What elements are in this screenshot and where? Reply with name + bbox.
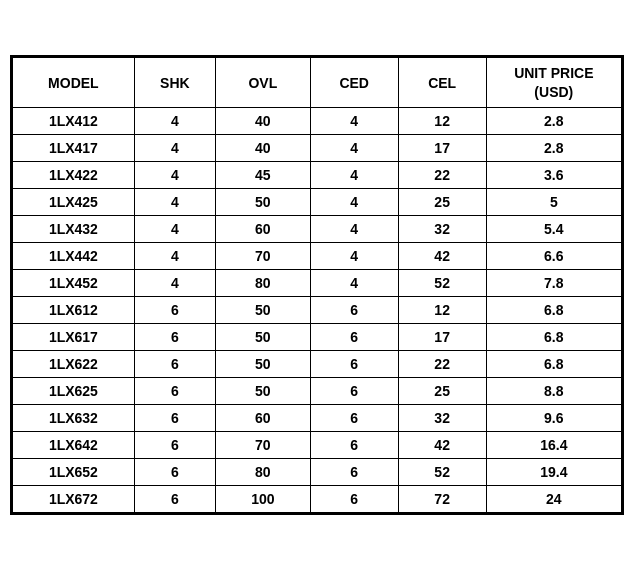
cell-model: 1LX672	[13, 485, 135, 512]
cell-cel: 17	[398, 134, 486, 161]
cell-model: 1LX417	[13, 134, 135, 161]
table-row: 1LX6226506226.8	[13, 350, 622, 377]
cell-ovl: 80	[216, 458, 311, 485]
cell-ced: 6	[310, 296, 398, 323]
cell-shk: 4	[134, 107, 215, 134]
cell-ovl: 45	[216, 161, 311, 188]
cell-price: 5.4	[486, 215, 621, 242]
cell-model: 1LX422	[13, 161, 135, 188]
cell-ovl: 70	[216, 431, 311, 458]
cell-model: 1LX617	[13, 323, 135, 350]
cell-ced: 4	[310, 242, 398, 269]
cell-ced: 6	[310, 431, 398, 458]
cell-shk: 4	[134, 134, 215, 161]
cell-ced: 4	[310, 107, 398, 134]
cell-price: 16.4	[486, 431, 621, 458]
cell-ovl: 70	[216, 242, 311, 269]
cell-shk: 4	[134, 161, 215, 188]
cell-ovl: 50	[216, 377, 311, 404]
product-table-container: MODEL SHK OVL CED CEL UNIT PRICE (USD) 1…	[10, 55, 624, 514]
table-row: 1LX6326606329.6	[13, 404, 622, 431]
cell-model: 1LX452	[13, 269, 135, 296]
cell-ced: 4	[310, 188, 398, 215]
cell-ced: 4	[310, 215, 398, 242]
table-header-row: MODEL SHK OVL CED CEL UNIT PRICE (USD)	[13, 58, 622, 107]
cell-ovl: 50	[216, 350, 311, 377]
cell-ced: 6	[310, 485, 398, 512]
table-row: 1LX65268065219.4	[13, 458, 622, 485]
cell-ovl: 50	[216, 323, 311, 350]
cell-ovl: 40	[216, 107, 311, 134]
cell-model: 1LX612	[13, 296, 135, 323]
cell-cel: 22	[398, 350, 486, 377]
cell-cel: 42	[398, 431, 486, 458]
cell-ced: 4	[310, 134, 398, 161]
cell-ovl: 100	[216, 485, 311, 512]
cell-shk: 6	[134, 350, 215, 377]
cell-ced: 6	[310, 458, 398, 485]
cell-cel: 25	[398, 188, 486, 215]
cell-cel: 42	[398, 242, 486, 269]
cell-ced: 4	[310, 269, 398, 296]
cell-shk: 6	[134, 485, 215, 512]
header-ovl: OVL	[216, 58, 311, 107]
table-body: 1LX4124404122.81LX4174404172.81LX4224454…	[13, 107, 622, 512]
cell-shk: 4	[134, 242, 215, 269]
table-row: 1LX4254504255	[13, 188, 622, 215]
cell-shk: 4	[134, 188, 215, 215]
table-row: 1LX6256506258.8	[13, 377, 622, 404]
cell-price: 9.6	[486, 404, 621, 431]
cell-ced: 6	[310, 377, 398, 404]
table-row: 1LX4424704426.6	[13, 242, 622, 269]
table-row: 1LX6126506126.8	[13, 296, 622, 323]
cell-cel: 32	[398, 215, 486, 242]
cell-price: 7.8	[486, 269, 621, 296]
cell-model: 1LX642	[13, 431, 135, 458]
table-row: 1LX4124404122.8	[13, 107, 622, 134]
table-row: 1LX672610067224	[13, 485, 622, 512]
cell-price: 6.6	[486, 242, 621, 269]
cell-ovl: 50	[216, 188, 311, 215]
table-row: 1LX4324604325.4	[13, 215, 622, 242]
cell-cel: 25	[398, 377, 486, 404]
table-row: 1LX64267064216.4	[13, 431, 622, 458]
header-shk: SHK	[134, 58, 215, 107]
table-row: 1LX4524804527.8	[13, 269, 622, 296]
cell-price: 8.8	[486, 377, 621, 404]
cell-shk: 6	[134, 377, 215, 404]
cell-shk: 6	[134, 458, 215, 485]
cell-model: 1LX625	[13, 377, 135, 404]
cell-model: 1LX442	[13, 242, 135, 269]
cell-shk: 4	[134, 269, 215, 296]
cell-ced: 6	[310, 404, 398, 431]
cell-cel: 52	[398, 269, 486, 296]
cell-price: 5	[486, 188, 621, 215]
cell-price: 2.8	[486, 107, 621, 134]
cell-cel: 72	[398, 485, 486, 512]
cell-ced: 6	[310, 323, 398, 350]
cell-price: 24	[486, 485, 621, 512]
cell-ovl: 80	[216, 269, 311, 296]
cell-model: 1LX412	[13, 107, 135, 134]
cell-model: 1LX425	[13, 188, 135, 215]
cell-ced: 6	[310, 350, 398, 377]
cell-model: 1LX652	[13, 458, 135, 485]
cell-cel: 22	[398, 161, 486, 188]
cell-model: 1LX632	[13, 404, 135, 431]
cell-shk: 4	[134, 215, 215, 242]
cell-price: 6.8	[486, 350, 621, 377]
cell-ovl: 50	[216, 296, 311, 323]
cell-price: 6.8	[486, 296, 621, 323]
cell-ovl: 60	[216, 404, 311, 431]
table-row: 1LX4224454223.6	[13, 161, 622, 188]
table-row: 1LX6176506176.8	[13, 323, 622, 350]
cell-ovl: 60	[216, 215, 311, 242]
cell-price: 6.8	[486, 323, 621, 350]
cell-shk: 6	[134, 296, 215, 323]
cell-model: 1LX622	[13, 350, 135, 377]
header-ced: CED	[310, 58, 398, 107]
cell-ovl: 40	[216, 134, 311, 161]
cell-cel: 32	[398, 404, 486, 431]
cell-shk: 6	[134, 404, 215, 431]
header-cel: CEL	[398, 58, 486, 107]
